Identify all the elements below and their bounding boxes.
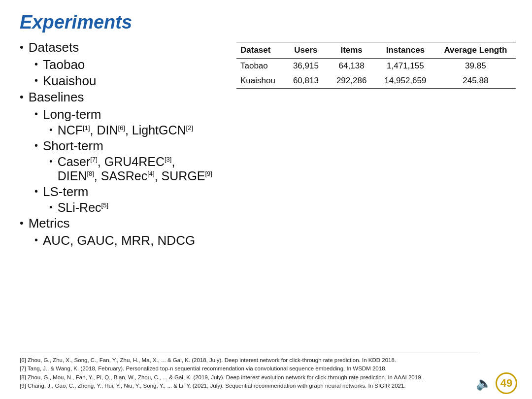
kuaishou-instances: 14,952,659	[375, 73, 435, 89]
datasets-sublist: Taobao Kuaishou	[34, 57, 217, 89]
auc-label: AUC, GAUC, MRR, NDCG	[43, 233, 217, 248]
page: Experiments Datasets Taobao Kuaishou	[0, 0, 532, 399]
list-item-kuaishou: Kuaishou	[34, 73, 217, 89]
ref-7: [7] Tang, J., & Wang, K. (2018, February…	[20, 365, 478, 373]
kuaishou-users: 60,813	[284, 73, 328, 89]
metrics-sublist: AUC, GAUC, MRR, NDCG	[34, 233, 217, 248]
col-instances: Instances	[375, 42, 435, 59]
right-column: Dataset Users Items Instances Average Le…	[236, 42, 516, 89]
lsterm-sublist: SLi-Rec[5]	[49, 200, 217, 215]
ncf-label: NCF[1], DIN[6], LightGCN[2]	[58, 123, 217, 137]
references-section: [6] Zhou, G., Zhu, X., Song, C., Fan, Y.…	[20, 353, 478, 390]
list-item-shortterm: Short-term	[34, 138, 217, 154]
list-item-caser: Caser[7], GRU4REC[3], DIEN[8], SASRec[4]…	[49, 155, 217, 183]
caser-label: Caser[7], GRU4REC[3], DIEN[8], SASRec[4]…	[58, 155, 217, 183]
taobao-avg-length: 39.85	[435, 59, 516, 74]
metrics-label: Metrics	[29, 216, 217, 231]
main-list: Datasets Taobao Kuaishou Baselines	[20, 40, 217, 248]
col-avg-length: Average Length	[435, 42, 516, 59]
table-row-taobao: Taobao 36,915 64,138 1,471,155 39.85	[236, 59, 516, 74]
list-item-baselines: Baselines	[20, 90, 217, 105]
taobao-label: Taobao	[43, 57, 217, 72]
list-item-metrics: Metrics	[20, 216, 217, 231]
col-dataset: Dataset	[236, 42, 284, 59]
page-title: Experiments	[20, 12, 512, 33]
dataset-table: Dataset Users Items Instances Average Le…	[236, 42, 516, 89]
list-item-taobao: Taobao	[34, 57, 217, 72]
list-item-auc: AUC, GAUC, MRR, NDCG	[34, 233, 217, 248]
shortterm-sublist: Caser[7], GRU4REC[3], DIEN[8], SASRec[4]…	[49, 155, 217, 183]
col-items: Items	[328, 42, 375, 59]
taobao-dataset: Taobao	[236, 59, 284, 74]
shortterm-label: Short-term	[43, 138, 217, 154]
taobao-items: 64,138	[328, 59, 375, 74]
content-area: Datasets Taobao Kuaishou Baselines	[20, 40, 512, 249]
kuaishou-items: 292,286	[328, 73, 375, 89]
list-item-slirec: SLi-Rec[5]	[49, 200, 217, 215]
speaker-icon: 🔈	[476, 376, 492, 391]
table-row-kuaishou: Kuaishou 60,813 292,286 14,952,659 245.8…	[236, 73, 516, 89]
list-item-longterm: Long-term	[34, 107, 217, 122]
kuaishou-label: Kuaishou	[43, 73, 217, 89]
datasets-label: Datasets	[29, 40, 217, 55]
col-users: Users	[284, 42, 328, 59]
ref-8: [8] Zhou, G., Mou, N., Fan, Y., Pi, Q., …	[20, 373, 478, 382]
list-item-lsterm: LS-term	[34, 184, 217, 200]
baselines-sublist: Long-term NCF[1], DIN[6], LightGCN[2] Sh…	[34, 107, 217, 215]
slirec-label: SLi-Rec[5]	[58, 200, 217, 215]
table-header-row: Dataset Users Items Instances Average Le…	[236, 42, 516, 59]
kuaishou-avg-length: 245.88	[435, 73, 516, 89]
list-item-datasets: Datasets	[20, 40, 217, 55]
longterm-sublist: NCF[1], DIN[6], LightGCN[2]	[49, 123, 217, 137]
ref-6: [6] Zhou, G., Zhu, X., Song, C., Fan, Y.…	[20, 356, 478, 365]
left-column: Datasets Taobao Kuaishou Baselines	[20, 40, 217, 249]
ref-9: [9] Chang, J., Gao, C., Zheng, Y., Hui, …	[20, 382, 478, 390]
list-item-ncf: NCF[1], DIN[6], LightGCN[2]	[49, 123, 217, 137]
kuaishou-dataset: Kuaishou	[236, 73, 284, 89]
taobao-users: 36,915	[284, 59, 328, 74]
taobao-instances: 1,471,155	[375, 59, 435, 74]
longterm-label: Long-term	[43, 107, 217, 122]
baselines-label: Baselines	[29, 90, 217, 105]
page-number-area: 🔈 49	[476, 372, 517, 394]
lsterm-label: LS-term	[43, 184, 217, 200]
page-number: 49	[496, 372, 517, 394]
